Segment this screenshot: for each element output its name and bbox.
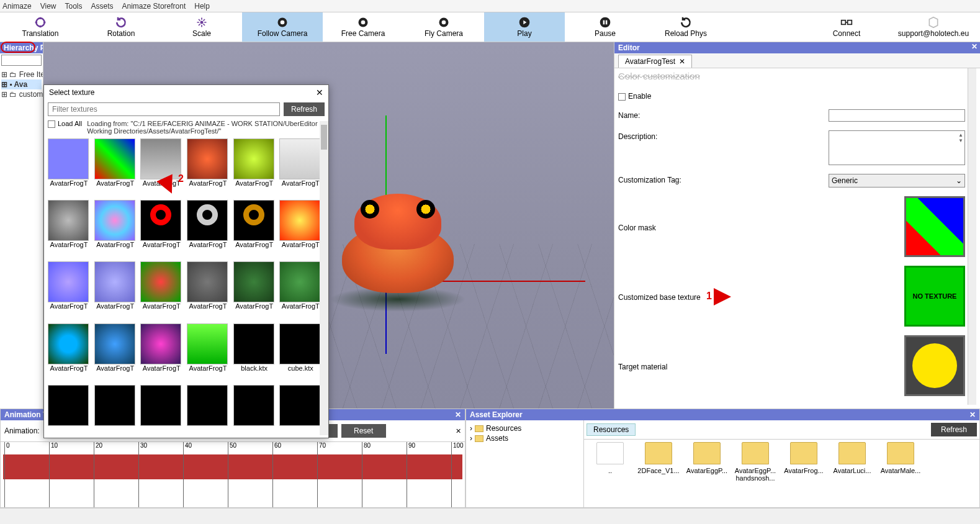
texture-item[interactable]: AvatarFrogT <box>94 200 137 260</box>
menu-storefront[interactable]: Animaze Storefront <box>122 2 186 11</box>
texture-item[interactable] <box>233 385 276 438</box>
status-bar <box>0 508 980 522</box>
load-all-checkbox[interactable] <box>48 120 55 128</box>
texture-item[interactable]: AvatarFrogT <box>94 323 137 384</box>
texture-item[interactable]: AvatarFrogT <box>233 200 276 260</box>
menu-help[interactable]: Help <box>194 2 210 11</box>
asset-item[interactable]: AvatarLuci... <box>830 442 874 505</box>
color-mask-thumb[interactable] <box>904 196 965 257</box>
texture-item[interactable]: AvatarFrogT <box>233 138 276 199</box>
texture-item[interactable]: AvatarFrogT <box>233 261 276 322</box>
hierarchy-title: Hierarchy Pa <box>0 42 43 53</box>
svg-point-5 <box>361 20 366 25</box>
tool-connect[interactable]: Connect <box>806 12 887 42</box>
name-input[interactable] <box>829 109 965 122</box>
tool-rotation[interactable]: Rotation <box>81 12 161 42</box>
rotation-icon <box>115 16 127 29</box>
texture-item[interactable]: AvatarFrogT <box>140 323 182 384</box>
texture-item[interactable]: AvatarFrogT <box>48 261 90 322</box>
texture-item[interactable]: AvatarFrogT <box>48 323 90 384</box>
tool-support[interactable]: support@holotech.eu <box>887 12 980 42</box>
texture-item[interactable]: AvatarFrogT <box>187 138 229 199</box>
menu-bar: Animaze View Tools Assets Animaze Storef… <box>0 0 980 12</box>
tool-fly-camera[interactable]: Fly Camera <box>403 12 484 42</box>
texture-item[interactable] <box>48 385 90 438</box>
texture-item[interactable]: AvatarFrogT <box>187 323 229 384</box>
base-texture-thumb[interactable]: NO TEXTURE <box>904 266 965 327</box>
asset-item[interactable]: .. <box>588 442 632 505</box>
texture-item[interactable]: AvatarFrogT <box>279 138 321 199</box>
texture-filter-input[interactable] <box>48 102 280 116</box>
tree-folder[interactable]: › Resources <box>470 424 580 433</box>
editor-scrollbar[interactable] <box>968 68 976 405</box>
svg-rect-12 <box>842 20 846 25</box>
texture-item[interactable]: AvatarFrogT <box>48 200 90 260</box>
close-icon[interactable]: ✕ <box>456 427 461 435</box>
asset-item[interactable]: AvatarEggP... <box>685 442 729 505</box>
tool-translation[interactable]: Translation <box>0 12 81 42</box>
popup-scrollbar[interactable] <box>320 121 328 435</box>
folder-icon <box>742 442 769 464</box>
texture-item[interactable]: AvatarFrogT <box>48 138 90 199</box>
texture-item[interactable]: AvatarFrogT <box>140 261 182 322</box>
tree-item[interactable]: ⊞ 🗀 Free Ite <box>1 70 42 79</box>
asset-item[interactable]: AvatarEggP... handsnosh... <box>733 442 778 505</box>
popup-title: Select texture <box>49 88 94 97</box>
breadcrumb[interactable]: Resources <box>587 423 636 436</box>
hierarchy-panel: Hierarchy Pa ⊞ 🗀 Free Ite ⊞ ▪ Ava ⊞ 🗀 cu… <box>0 42 43 409</box>
close-icon[interactable]: ✕ <box>316 88 323 97</box>
tree-item[interactable]: ⊞ 🗀 custom <box>1 89 42 99</box>
pause-icon <box>599 16 611 29</box>
tree-folder[interactable]: › Assets <box>470 434 580 443</box>
tree-item[interactable]: ⊞ ▪ Ava <box>1 79 42 89</box>
menu-tools[interactable]: Tools <box>65 2 82 11</box>
asset-item[interactable]: AvatarFrog... <box>781 442 826 505</box>
tool-play[interactable]: Play <box>484 12 565 42</box>
close-icon[interactable]: ✕ <box>455 410 461 419</box>
refresh-button[interactable]: Refresh <box>931 423 977 436</box>
reload-icon <box>680 16 692 29</box>
timeline-ruler[interactable]: 0102030405060708090100 <box>1 441 465 507</box>
enable-checkbox[interactable] <box>618 93 626 101</box>
texture-item[interactable]: AvatarFrogT <box>279 261 321 322</box>
tick: 90 <box>407 442 415 507</box>
texture-item[interactable]: AvatarFrogT <box>94 138 137 199</box>
customization-tag-select[interactable]: Generic⌄ <box>829 174 965 187</box>
target-material-thumb[interactable] <box>904 335 965 396</box>
texture-item[interactable]: AvatarFrogT <box>140 200 182 260</box>
tool-scale[interactable]: Scale <box>161 12 242 42</box>
texture-item[interactable]: AvatarFrogT <box>94 261 137 322</box>
close-icon[interactable]: ✕ <box>971 42 978 51</box>
camera-icon <box>357 16 369 29</box>
texture-item[interactable] <box>94 385 137 438</box>
asset-item[interactable]: 2DFace_V1... <box>636 442 681 505</box>
texture-item[interactable] <box>140 385 182 438</box>
connect-icon <box>840 16 853 29</box>
tick: 100 <box>451 442 464 507</box>
refresh-button[interactable]: Refresh <box>284 102 325 116</box>
texture-item[interactable]: AvatarFrogT <box>187 200 229 260</box>
hierarchy-filter[interactable] <box>1 55 42 66</box>
menu-animaze[interactable]: Animaze <box>2 2 32 11</box>
texture-item[interactable]: cube.ktx <box>279 323 321 384</box>
menu-assets[interactable]: Assets <box>91 2 114 11</box>
asset-item[interactable]: AvatarMale... <box>878 442 923 505</box>
tick: 30 <box>138 442 147 507</box>
menu-view[interactable]: View <box>40 2 56 11</box>
tool-follow-camera[interactable]: Follow Camera <box>242 12 323 42</box>
section-title: Color customization <box>618 71 965 85</box>
tool-free-camera[interactable]: Free Camera <box>323 12 403 42</box>
folder-icon <box>887 442 914 464</box>
close-icon[interactable]: ✕ <box>679 57 685 66</box>
texture-item[interactable] <box>279 385 321 438</box>
close-icon[interactable]: ✕ <box>969 410 976 419</box>
description-textarea[interactable]: ▲▼ <box>829 130 965 165</box>
texture-item[interactable]: AvatarFrogT <box>187 261 229 322</box>
texture-item[interactable] <box>187 385 229 438</box>
tool-reload-phys[interactable]: Reload Phys <box>645 12 726 42</box>
tool-pause[interactable]: Pause <box>565 12 645 42</box>
texture-item[interactable]: black.ktx <box>233 323 276 384</box>
reset-button[interactable]: Reset <box>341 424 386 438</box>
editor-tab[interactable]: AvatarFrogTest✕ <box>618 55 692 68</box>
texture-item[interactable]: AvatarFrogT <box>279 200 321 260</box>
